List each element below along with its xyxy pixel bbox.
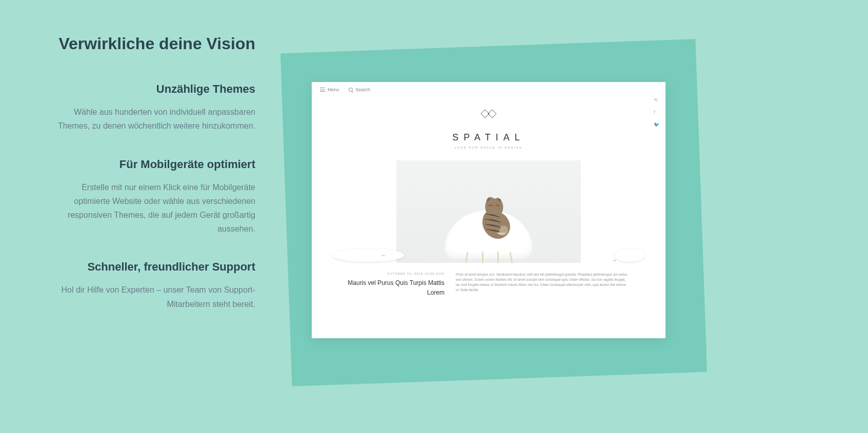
menu-button[interactable]: Menu bbox=[320, 87, 339, 92]
hamburger-icon bbox=[320, 88, 325, 92]
next-arrow-button[interactable]: → bbox=[614, 249, 645, 262]
search-icon bbox=[349, 88, 353, 92]
feature-title: Unzählige Themes bbox=[51, 83, 255, 96]
hero-image bbox=[396, 160, 581, 263]
search-label: Search bbox=[356, 87, 371, 92]
theme-preview-window: Menu Search ⟲ f 🐦 SPATIAL LOVE FO bbox=[312, 82, 665, 338]
post-meta: OCTOBER 16, 2016 JOHN DOE bbox=[347, 272, 445, 275]
brand-area: SPATIAL LOVE FOR SPACE IN DESIGN bbox=[312, 95, 665, 153]
post-title[interactable]: Mauris vel Purus Quis Turpis Mattis Lore… bbox=[347, 278, 445, 297]
search-button[interactable]: Search bbox=[349, 87, 371, 92]
menu-label: Menu bbox=[328, 87, 339, 92]
section-heading: Verwirkliche deine Vision bbox=[51, 31, 255, 57]
brand-name: SPATIAL bbox=[312, 132, 665, 143]
facebook-icon[interactable]: f bbox=[654, 110, 659, 115]
prev-arrow-button[interactable]: ← bbox=[332, 249, 404, 262]
brand-logo-icon bbox=[478, 108, 499, 123]
post-excerpt: Proin sit amet tempus orci. Vestibulum f… bbox=[456, 272, 630, 297]
preview-topbar: Menu Search bbox=[312, 82, 665, 95]
feature-body: Hol dir Hilfe von Experten – unser Team … bbox=[51, 283, 255, 311]
feature-body: Erstelle mit nur einem Klick eine für Mo… bbox=[51, 180, 255, 236]
cat-graphic bbox=[475, 195, 520, 245]
theme-preview-area: Menu Search ⟲ f 🐦 SPATIAL LOVE FO bbox=[276, 31, 868, 433]
share-icon[interactable]: ⟲ bbox=[654, 97, 659, 102]
feature-column: Verwirkliche deine Vision Unzählige Them… bbox=[0, 31, 276, 433]
feature-title: Schneller, freundlicher Support bbox=[51, 260, 255, 274]
feature-body: Wähle aus hunderten von individuell anpa… bbox=[51, 105, 255, 133]
social-links: ⟲ f 🐦 bbox=[654, 97, 659, 127]
twitter-icon[interactable]: 🐦 bbox=[654, 122, 659, 127]
feature-title: Für Mobilgeräte optimiert bbox=[51, 158, 255, 171]
chair-graphic bbox=[435, 196, 542, 263]
brand-tagline: LOVE FOR SPACE IN DESIGN bbox=[312, 146, 665, 149]
post-block: OCTOBER 16, 2016 JOHN DOE Mauris vel Pur… bbox=[347, 272, 630, 297]
